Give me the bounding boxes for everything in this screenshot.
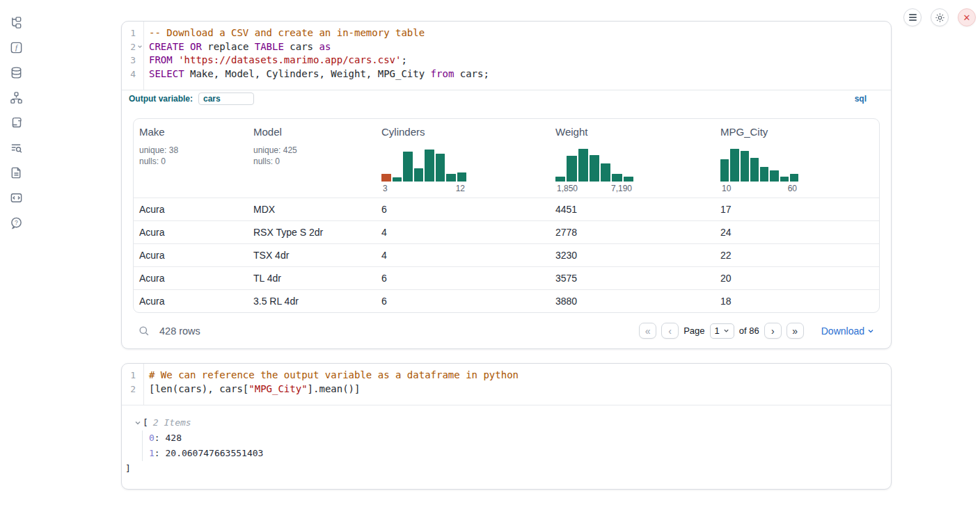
table-cell: 22	[715, 250, 879, 261]
tree-item-key: 0	[149, 433, 155, 443]
table-row[interactable]: AcuraMDX6445117	[134, 198, 879, 220]
histogram-axis-labels: 1060	[720, 184, 798, 193]
table-cell: 24	[715, 227, 879, 238]
column-stats: unique: 38nulls: 0	[139, 145, 248, 167]
histogram-bar	[624, 177, 633, 182]
column-header-MPG_City[interactable]: MPG_City1060	[715, 119, 879, 198]
column-header-Model[interactable]: Modelunique: 425nulls: 0	[248, 119, 376, 198]
line-number: 3	[122, 54, 136, 67]
gutter-divider	[143, 22, 144, 90]
column-name: Model	[253, 126, 376, 138]
histogram-bar	[750, 158, 759, 182]
code-line[interactable]: 4SELECT Make, Model, Cylinders, Weight, …	[122, 67, 891, 81]
code-line[interactable]: 2[len(cars), cars["MPG_City"].mean()]	[122, 383, 891, 396]
column-header-Cylinders[interactable]: Cylinders312	[376, 119, 550, 198]
table-cell: TSX 4dr	[248, 250, 376, 261]
window-controls: ✕	[903, 8, 976, 26]
histogram-bar	[555, 177, 565, 182]
tree-items: 0: 4281: 20.060747663551403	[142, 430, 880, 461]
chevron-down-icon	[723, 328, 729, 334]
code-line[interactable]: 3FROM 'https://datasets.marimo.app/cars.…	[122, 54, 891, 67]
code-line[interactable]: 1# We can reference the output variable …	[122, 369, 891, 383]
column-header-Weight[interactable]: Weight1,8507,190	[550, 119, 715, 198]
table-cell: 6	[376, 296, 550, 307]
histogram-axis-labels: 1,8507,190	[555, 184, 633, 193]
output-variable-bar: Output variable: sql	[122, 90, 891, 106]
histogram-bar	[436, 154, 445, 182]
pagination: « ‹ Page 1 of 86 › » Download	[639, 323, 874, 339]
column-stats: unique: 425nulls: 0	[253, 145, 376, 167]
close-icon: ✕	[963, 13, 971, 23]
variables-icon[interactable]: f	[9, 40, 23, 54]
logs-icon[interactable]	[9, 140, 23, 154]
download-button[interactable]: Download	[821, 325, 874, 337]
histogram-bar	[790, 174, 798, 182]
page-select[interactable]: 1	[710, 323, 734, 339]
table-row[interactable]: AcuraRSX Type S 2dr4277824	[134, 220, 879, 243]
table-cell: RSX Type S 2dr	[248, 227, 376, 238]
table-cell: 4451	[550, 204, 715, 215]
table-row[interactable]: AcuraTSX 4dr4323022	[134, 243, 879, 266]
fold-spacer	[136, 54, 143, 67]
column-header-Make[interactable]: Makeunique: 38nulls: 0	[134, 119, 248, 198]
sql-code-editor[interactable]: 1-- Download a CSV and create an in-memo…	[122, 22, 891, 90]
code-text: FROM 'https://datasets.marimo.app/cars.c…	[143, 54, 407, 67]
sql-cell: 1-- Download a CSV and create an in-memo…	[121, 21, 892, 349]
table-header-row: Makeunique: 38nulls: 0Modelunique: 425nu…	[134, 119, 879, 198]
documentation-icon[interactable]	[9, 166, 23, 179]
histogram-MPG_City: 1060	[720, 147, 798, 193]
scratchpad-icon[interactable]	[9, 115, 23, 129]
table-cell: 3.5 RL 4dr	[248, 296, 376, 307]
code-text: SELECT Make, Model, Cylinders, Weight, M…	[143, 67, 489, 81]
tree-item-value: 20.060747663551403	[165, 448, 263, 458]
histogram-Cylinders: 312	[381, 147, 466, 193]
code-line[interactable]: 2CREATE OR replace TABLE cars as	[122, 40, 891, 54]
table-row[interactable]: AcuraTL 4dr6357520	[134, 266, 879, 289]
fold-spacer	[136, 67, 143, 81]
file-tree-icon[interactable]	[9, 15, 23, 29]
fold-spacer	[136, 383, 143, 396]
sql-cell-output: Makeunique: 38nulls: 0Modelunique: 425nu…	[122, 106, 891, 348]
code-text: CREATE OR replace TABLE cars as	[143, 40, 331, 54]
table-cell: 4	[376, 250, 550, 261]
table-cell: Acura	[134, 227, 248, 238]
table-footer: 428 rows « ‹ Page 1 of 86 › » Download	[133, 317, 880, 340]
settings-button[interactable]	[931, 8, 949, 26]
close-button[interactable]: ✕	[958, 8, 976, 26]
help-icon[interactable]: ?	[9, 216, 23, 230]
svg-text:f: f	[15, 44, 19, 51]
output-variable-input[interactable]	[198, 92, 254, 105]
column-name: MPG_City	[720, 126, 879, 138]
open-bracket: [	[143, 415, 148, 430]
page-label: Page	[683, 325, 704, 336]
table-cell: 6	[376, 273, 550, 284]
search-icon[interactable]	[139, 325, 150, 337]
page-select-value: 1	[715, 325, 720, 336]
code-line[interactable]: 1-- Download a CSV and create an in-memo…	[122, 26, 891, 40]
data-table: Makeunique: 38nulls: 0Modelunique: 425nu…	[133, 118, 880, 313]
table-row[interactable]: Acura3.5 RL 4dr6388018	[134, 289, 879, 312]
table-body: AcuraMDX6445117AcuraRSX Type S 2dr427782…	[134, 198, 879, 312]
table-cell: Acura	[134, 273, 248, 284]
close-bracket: ]	[125, 461, 880, 476]
first-page-button[interactable]: «	[639, 323, 656, 339]
dependency-graph-icon[interactable]	[9, 90, 23, 104]
menu-button[interactable]	[903, 8, 922, 26]
snippets-icon[interactable]	[9, 191, 23, 204]
notebook: 1-- Download a CSV and create an in-memo…	[121, 21, 892, 490]
next-page-button[interactable]: ›	[764, 323, 782, 339]
code-text: [len(cars), cars["MPG_City"].mean()]	[143, 383, 360, 396]
language-badge[interactable]: sql	[855, 94, 867, 104]
last-page-button[interactable]: »	[787, 323, 804, 339]
table-cell: 3230	[550, 250, 715, 261]
collapse-caret-icon[interactable]	[134, 419, 143, 426]
datasources-icon[interactable]	[9, 65, 23, 79]
table-cell: 3880	[550, 296, 715, 307]
prev-page-button[interactable]: ‹	[661, 323, 679, 339]
row-count: 428 rows	[159, 325, 200, 337]
items-count-label: 2 Items	[153, 415, 191, 430]
fold-marker-icon[interactable]	[136, 40, 143, 54]
python-code-editor[interactable]: 1# We can reference the output variable …	[122, 364, 891, 405]
column-name: Weight	[555, 126, 715, 138]
table-cell: TL 4dr	[248, 273, 376, 284]
